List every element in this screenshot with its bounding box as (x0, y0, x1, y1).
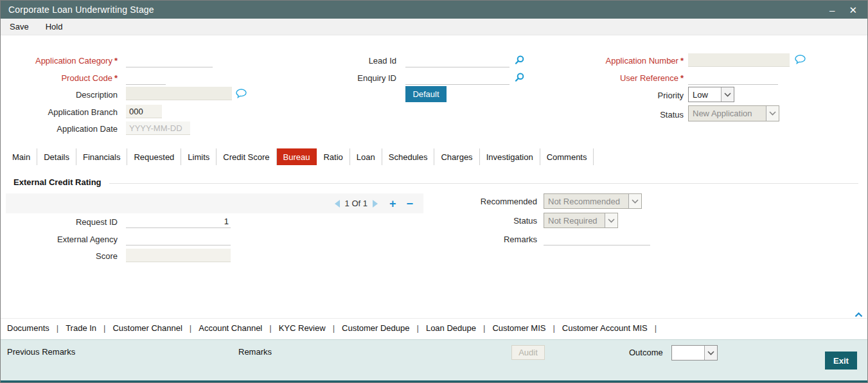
tab-bureau[interactable]: Bureau (277, 148, 317, 165)
tab-charges[interactable]: Charges (434, 148, 479, 165)
recommended-label: Recommended (425, 197, 537, 206)
exit-button[interactable]: Exit (825, 352, 857, 370)
outcome-label: Outcome (629, 348, 663, 357)
bureau-status-label: Status (425, 216, 537, 226)
link-documents[interactable]: Documents (7, 323, 49, 333)
add-row-icon[interactable]: + (389, 198, 396, 209)
tab-credit-score[interactable]: Credit Score (217, 148, 276, 165)
window-title: Corporate Loan Underwriting Stage (8, 4, 154, 15)
score-label: Score (7, 251, 118, 261)
tab-requested[interactable]: Requested (127, 148, 181, 165)
link-separator: | (190, 323, 191, 333)
application-date-input[interactable] (126, 121, 190, 135)
window-bottom-edge (1, 380, 867, 382)
status-label: Status (566, 110, 684, 120)
remarks-input[interactable] (544, 233, 650, 245)
record-pager: 1 Of 1 + − (6, 193, 423, 213)
chevron-down-icon (605, 213, 617, 227)
pager-next-icon[interactable] (373, 200, 378, 208)
priority-select[interactable]: Low (688, 87, 734, 102)
application-date-label: Application Date (7, 124, 118, 134)
outcome-select[interactable] (671, 345, 718, 361)
application-category-input[interactable] (126, 55, 213, 67)
link-separator: | (269, 323, 271, 333)
tab-comments[interactable]: Comments (540, 148, 594, 165)
remove-row-icon[interactable]: − (406, 198, 413, 209)
link-loan-dedupe[interactable]: Loan Dedupe (426, 323, 476, 333)
external-agency-input[interactable] (126, 233, 231, 245)
link-customer-account-mis[interactable]: Customer Account MIS (562, 323, 648, 333)
priority-value: Low (693, 90, 708, 100)
chevron-down-icon (628, 194, 641, 208)
section-title: External Credit Rating (13, 177, 102, 187)
lead-id-label: Lead Id (322, 56, 396, 66)
app-window: Corporate Loan Underwriting Stage – ✕ Sa… (0, 0, 868, 383)
search-icon[interactable] (515, 73, 524, 85)
link-separator: | (57, 323, 58, 333)
tab-limits[interactable]: Limits (181, 148, 217, 165)
application-branch-label: Application Branch (7, 107, 118, 117)
tab-details[interactable]: Details (37, 148, 76, 165)
menu-save[interactable]: Save (10, 22, 29, 31)
close-icon[interactable]: ✕ (849, 5, 857, 15)
link-account-channel[interactable]: Account Channel (199, 323, 262, 333)
footer-links-bar: Documents| Trade In| Customer Channel| A… (1, 318, 867, 337)
chevron-down-icon (704, 346, 717, 360)
external-agency-label: External Agency (7, 235, 118, 244)
menu-bar: Save Hold (1, 19, 867, 35)
link-trade-in[interactable]: Trade In (66, 323, 96, 333)
recommended-select[interactable]: Not Recommended (544, 193, 642, 209)
bureau-status-select[interactable]: Not Required (544, 213, 618, 228)
description-input[interactable] (126, 87, 232, 100)
pager-prev-icon[interactable] (335, 200, 340, 208)
link-separator: | (655, 323, 657, 333)
link-kyc-review[interactable]: KYC Review (279, 323, 326, 333)
status-bar: Previous Remarks Remarks Audit Outcome E… (1, 339, 867, 382)
link-separator: | (333, 323, 335, 333)
enquiry-id-label: Enquiry ID (322, 73, 396, 83)
pager-text: 1 Of 1 (345, 199, 368, 208)
tab-investigation[interactable]: Investigation (480, 148, 540, 165)
status-value: New Application (693, 109, 752, 118)
default-button[interactable]: Default (405, 86, 447, 102)
title-bar: Corporate Loan Underwriting Stage – ✕ (1, 1, 867, 19)
priority-label: Priority (566, 91, 684, 100)
tab-ratio[interactable]: Ratio (317, 148, 350, 165)
link-customer-channel[interactable]: Customer Channel (112, 323, 182, 333)
user-reference-input[interactable] (688, 72, 778, 85)
application-category-label: Application Category* (7, 56, 118, 66)
chevron-down-icon (721, 87, 734, 102)
audit-button[interactable]: Audit (511, 345, 545, 360)
tab-bar: Main Details Financials Requested Limits… (6, 148, 594, 165)
link-separator: | (483, 323, 485, 333)
application-number-label: Application Number* (566, 56, 684, 66)
score-input (126, 249, 231, 262)
section-header: External Credit Rating (13, 177, 858, 187)
product-code-input[interactable] (126, 72, 166, 85)
status-select[interactable]: New Application (688, 105, 779, 121)
link-separator: | (103, 323, 105, 333)
link-customer-dedupe[interactable]: Customer Dedupe (342, 323, 410, 333)
application-number-input[interactable] (688, 53, 790, 67)
request-id-input[interactable] (126, 215, 231, 228)
link-separator: | (417, 323, 419, 333)
enquiry-id-input[interactable] (405, 72, 509, 85)
tab-main[interactable]: Main (6, 148, 37, 165)
required-asterisk: * (114, 56, 118, 66)
remarks-label: Remarks (425, 235, 537, 244)
chevron-down-icon (766, 106, 779, 121)
product-code-label: Product Code* (7, 73, 118, 83)
recommended-value: Not Recommended (548, 197, 620, 206)
minimize-icon[interactable]: – (829, 5, 835, 15)
tab-schedules[interactable]: Schedules (382, 148, 435, 165)
menu-hold[interactable]: Hold (46, 22, 63, 31)
comment-bubble-icon[interactable] (236, 89, 247, 101)
comment-bubble-icon[interactable] (795, 55, 806, 67)
tab-financials[interactable]: Financials (76, 148, 128, 165)
lead-id-input[interactable] (405, 55, 509, 67)
section-divider (109, 183, 858, 184)
user-reference-label: User Reference* (566, 73, 684, 83)
search-icon[interactable] (515, 55, 524, 67)
tab-loan[interactable]: Loan (350, 148, 382, 165)
link-customer-mis[interactable]: Customer MIS (492, 323, 545, 333)
